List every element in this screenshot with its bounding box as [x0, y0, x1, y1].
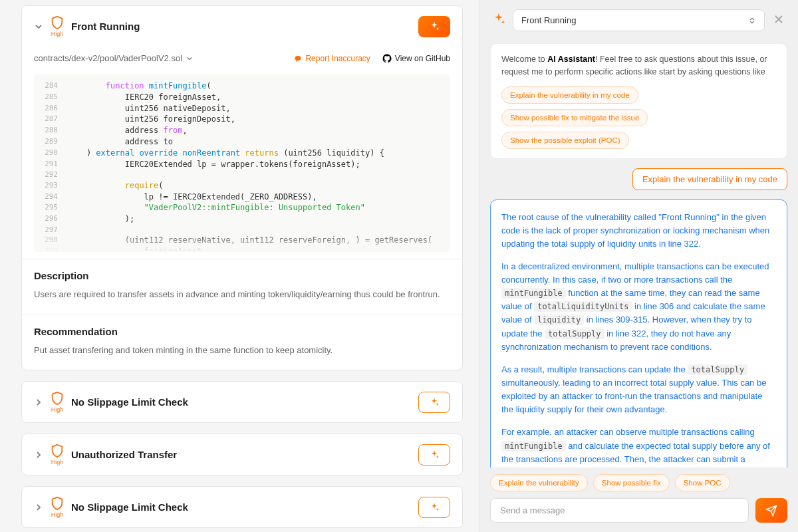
file-subheader: contracts/dex-v2/pool/VaderPoolV2.sol Re… [22, 47, 462, 67]
assistant-header: Front Running [479, 0, 798, 41]
severity-badge: High [50, 444, 65, 466]
line-number: 297 [43, 225, 67, 235]
input-area: Explain the vulnerabilityShow possible f… [479, 467, 798, 532]
issue-card-collapsed[interactable]: High Unauthorized Transfer [21, 434, 463, 475]
code-viewer[interactable]: 284 function mintFungible(285 IERC20 for… [34, 74, 450, 252]
severity-label: High [51, 31, 64, 37]
code-line: 292 [34, 170, 450, 180]
line-number: 284 [43, 80, 67, 92]
chevron-down-icon [186, 55, 193, 62]
sparkle-icon [491, 12, 506, 29]
line-number: 287 [43, 114, 67, 125]
code-line: 297 [34, 225, 450, 235]
welcome-text: Welcome to AI Assistant! Feel free to as… [501, 53, 776, 78]
shield-icon [50, 391, 65, 406]
line-number: 298 [43, 235, 67, 246]
issue-card-expanded: High Front Running contracts/dex-v2/pool… [21, 5, 463, 370]
issue-title: No Slippage Limit Check [71, 501, 412, 513]
suggestion-chip[interactable]: Show possible fix to mitigate the issue [501, 109, 648, 126]
context-value: Front Running [521, 15, 576, 25]
description-body: Users are required to transfer assets in… [34, 288, 450, 301]
code-line: 289 address to [34, 136, 450, 148]
issue-card-collapsed[interactable]: High No Slippage Limit Check [21, 381, 463, 423]
quick-chip[interactable]: Show possible fix [593, 474, 670, 491]
severity-badge: High [50, 15, 65, 37]
github-icon [382, 54, 392, 63]
code-line: 288 address from, [34, 125, 450, 136]
issue-header: High Front Running [22, 6, 462, 47]
line-number: 290 [43, 148, 67, 159]
code-line: 296 ); [34, 213, 450, 225]
code-line: 286 uint256 nativeDeposit, [34, 103, 450, 114]
code-line: 290 ) external override nonReentrant ret… [34, 148, 450, 159]
suggestion-chip[interactable]: Show the possible exploit (POC) [501, 132, 629, 149]
line-number: 293 [43, 180, 67, 192]
code-line: 285 IERC20 foreignAsset, [34, 92, 450, 103]
shield-icon [50, 496, 65, 511]
line-number: 291 [43, 159, 67, 170]
line-number: 289 [43, 136, 67, 148]
line-number: 294 [43, 192, 67, 203]
code-line: 298 (uint112 reserveNative, uint112 rese… [34, 235, 450, 246]
line-number: 295 [43, 202, 67, 213]
issue-title: Front Running [71, 21, 412, 32]
ai-assist-button[interactable] [418, 497, 450, 518]
send-button[interactable] [755, 498, 787, 523]
input-row: Send a message [490, 498, 787, 523]
chevron-right-icon[interactable] [34, 503, 43, 512]
sparkle-icon [429, 502, 440, 513]
recommendation-heading: Recommendation [34, 326, 450, 337]
suggestion-chip[interactable]: Explain the vulnerability in my code [501, 86, 638, 104]
file-links: Report Inaccuracy View on GitHub [294, 54, 450, 63]
sparkle-icon [429, 397, 440, 408]
issue-card-collapsed[interactable]: High No Slippage Limit Check [21, 486, 463, 528]
suggestion-chips: Explain the vulnerability in my codeShow… [501, 86, 776, 149]
sparkle-icon [429, 450, 440, 460]
severity-label: High [51, 511, 64, 518]
quick-chips: Explain the vulnerabilityShow possible f… [490, 474, 787, 491]
code-line: 293 require( [34, 180, 450, 192]
file-path-text: contracts/dex-v2/pool/VaderPoolV2.sol [34, 53, 182, 63]
quick-chip[interactable]: Show POC [675, 474, 730, 491]
select-chevron-icon [748, 17, 756, 25]
severity-badge: High [50, 496, 65, 518]
shield-icon [50, 444, 65, 458]
report-inaccuracy-link[interactable]: Report Inaccuracy [294, 54, 370, 63]
chevron-right-icon[interactable] [34, 450, 43, 460]
send-icon [765, 505, 777, 517]
severity-label: High [51, 406, 64, 413]
chat-scroll[interactable]: Welcome to AI Assistant! Feel free to as… [479, 41, 798, 467]
code-line: 294 lp != IERC20Extended(_ZERO_ADDRESS), [34, 192, 450, 203]
view-github-link[interactable]: View on GitHub [382, 54, 450, 63]
quick-chip[interactable]: Explain the vulnerability [490, 474, 588, 491]
close-icon[interactable] [771, 12, 786, 29]
recommendation-section: Recommendation Put asset transfering and… [22, 315, 462, 370]
description-heading: Description [34, 270, 450, 281]
code-line: 287 uint256 foreignDeposit, [34, 114, 450, 125]
issues-panel: High Front Running contracts/dex-v2/pool… [0, 0, 479, 532]
user-message: Explain the vulnerability in my code [490, 168, 787, 190]
severity-badge: High [50, 391, 65, 413]
description-section: Description Users are required to transf… [22, 259, 462, 315]
code-line: 299 foreignAsset [34, 246, 450, 252]
line-number: 286 [43, 103, 67, 114]
ai-assist-button[interactable] [418, 444, 450, 466]
ai-assist-button[interactable] [418, 16, 450, 37]
code-line: 295 "VaderPoolV2::mintFungible: Unsuppor… [34, 202, 450, 213]
svg-point-0 [295, 56, 301, 61]
sparkle-icon [428, 21, 440, 33]
assistant-message: The root cause of the vulnerability call… [490, 200, 787, 468]
message-input[interactable]: Send a message [490, 498, 749, 523]
issue-title: Unauthorized Transfer [71, 449, 412, 460]
line-number: 299 [43, 246, 67, 252]
shield-icon [50, 15, 65, 30]
context-selector[interactable]: Front Running [513, 9, 765, 31]
ai-assist-button[interactable] [418, 392, 450, 413]
file-path-dropdown[interactable]: contracts/dex-v2/pool/VaderPoolV2.sol [34, 53, 193, 63]
code-line: 291 IERC20Extended lp = wrapper.tokens(f… [34, 159, 450, 170]
chevron-down-icon[interactable] [34, 22, 43, 31]
line-number: 285 [43, 92, 67, 103]
chevron-right-icon[interactable] [34, 398, 43, 407]
welcome-card: Welcome to AI Assistant! Feel free to as… [490, 43, 787, 159]
line-number: 288 [43, 125, 67, 136]
